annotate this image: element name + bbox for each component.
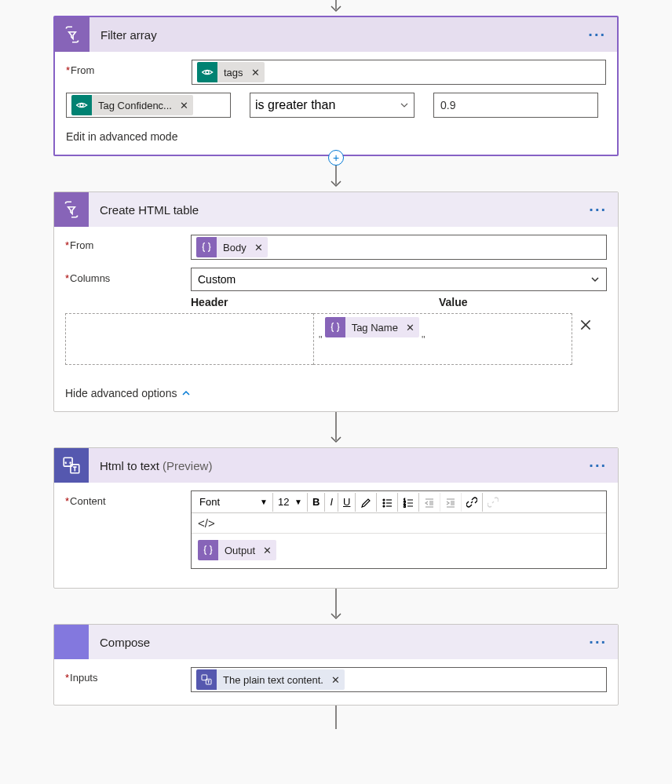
rich-text-editor[interactable]: Font▼ 12▼ B I U 123 <box>191 490 607 569</box>
highlight-button[interactable] <box>356 493 377 512</box>
create-html-table-card[interactable]: Create HTML table ··· *From <box>53 191 619 412</box>
remove-token-icon[interactable]: ✕ <box>178 95 193 115</box>
remove-token-icon[interactable]: ✕ <box>250 62 265 82</box>
bullet-list-button[interactable] <box>377 493 398 512</box>
filter-from-input[interactable]: tags ✕ <box>192 60 606 85</box>
html-to-text-card[interactable]: Html to text (Preview) ··· *Content Font… <box>53 447 619 589</box>
compose-header[interactable]: Compose ··· <box>54 625 618 659</box>
filter-array-header[interactable]: Filter array ··· <box>55 17 617 52</box>
flow-arrow <box>0 589 672 624</box>
filter-value-input[interactable] <box>433 93 598 118</box>
quote-mark: " <box>422 334 425 345</box>
remove-token-icon[interactable]: ✕ <box>261 540 276 560</box>
html-from-label: *From <box>65 235 191 251</box>
italic-button[interactable]: I <box>325 493 338 512</box>
filter-array-icon <box>55 17 89 52</box>
delete-row-button[interactable] <box>572 313 599 365</box>
html-to-text-header[interactable]: Html to text (Preview) ··· <box>54 448 618 483</box>
flow-arrow-plus: + <box>0 156 672 191</box>
svg-text:3: 3 <box>404 504 406 508</box>
columns-select[interactable]: Custom <box>191 268 607 291</box>
html-to-text-title: Html to text (Preview) <box>100 459 212 472</box>
filter-operator-value: is greater than <box>255 98 335 112</box>
bold-button[interactable]: B <box>308 493 325 512</box>
content-label: *Content <box>65 490 191 507</box>
eye-icon <box>71 95 92 115</box>
output-token[interactable]: Output ✕ <box>198 540 276 560</box>
compose-menu[interactable]: ··· <box>589 633 607 651</box>
columns-label: *Columns <box>65 268 191 284</box>
hide-advanced-options-link[interactable]: Hide advanced options <box>65 387 191 399</box>
flow-arrow <box>0 412 672 447</box>
numbered-list-button[interactable]: 123 <box>398 493 419 512</box>
remove-token-icon[interactable]: ✕ <box>253 237 268 257</box>
flow-arrow-top <box>0 0 672 16</box>
font-select[interactable]: Font▼ <box>195 493 273 512</box>
outdent-button <box>419 493 440 512</box>
rte-content-area[interactable]: Output ✕ <box>192 534 606 568</box>
remove-token-icon[interactable]: ✕ <box>330 669 345 690</box>
braces-icon <box>196 237 217 257</box>
chevron-down-icon <box>590 275 600 284</box>
braces-icon <box>198 540 218 560</box>
body-token[interactable]: Body ✕ <box>196 237 268 257</box>
tag-name-token[interactable]: Tag Name ✕ <box>325 317 419 337</box>
filter-array-menu[interactable]: ··· <box>588 26 606 44</box>
unlink-button <box>483 493 503 512</box>
tag-confidence-token[interactable]: Tag Confidenc... ✕ <box>71 95 193 115</box>
kv-value-label: Value <box>439 296 607 308</box>
svg-point-1 <box>206 71 209 74</box>
link-button[interactable] <box>462 493 483 512</box>
code-view-button[interactable]: </> <box>192 513 606 534</box>
remove-token-icon[interactable]: ✕ <box>404 317 419 337</box>
edit-advanced-mode-link[interactable]: Edit in advanced mode <box>66 130 177 143</box>
create-html-table-menu[interactable]: ··· <box>589 201 607 219</box>
kv-header-label: Header <box>191 296 439 308</box>
html-to-text-menu[interactable]: ··· <box>589 457 607 475</box>
filter-array-title: Filter array <box>100 28 157 42</box>
chevron-up-icon <box>181 388 191 398</box>
quote-mark: " <box>319 334 323 345</box>
html-to-text-icon <box>54 448 89 483</box>
chevron-down-icon <box>400 100 409 110</box>
svg-point-9 <box>383 499 385 501</box>
font-size-select[interactable]: 12▼ <box>273 493 308 512</box>
filter-left-operand[interactable]: Tag Confidenc... ✕ <box>66 93 231 118</box>
compose-inputs-field[interactable]: The plain text content. ✕ <box>191 667 607 692</box>
add-step-button[interactable]: + <box>328 150 344 166</box>
plain-text-token[interactable]: The plain text content. ✕ <box>196 669 345 690</box>
compose-card[interactable]: Compose ··· *Inputs <box>53 624 619 706</box>
kv-header-cell[interactable] <box>65 313 313 365</box>
eye-icon <box>197 62 217 82</box>
compose-title: Compose <box>100 636 150 649</box>
create-html-table-header[interactable]: Create HTML table ··· <box>54 192 618 227</box>
braces-icon <box>325 317 345 337</box>
svg-point-2 <box>80 104 83 107</box>
underline-button[interactable]: U <box>338 493 356 512</box>
inputs-label: *Inputs <box>65 667 191 684</box>
filter-value-field[interactable] <box>439 98 593 112</box>
compose-icon <box>54 625 89 659</box>
svg-point-13 <box>383 505 385 507</box>
tags-token[interactable]: tags ✕ <box>197 62 265 82</box>
kv-value-cell[interactable]: " Tag Name ✕ " <box>313 313 572 365</box>
filter-operator-select[interactable]: is greater than <box>250 93 415 118</box>
columns-select-value: Custom <box>198 273 236 286</box>
filter-array-card[interactable]: Filter array ··· *From <box>53 16 619 156</box>
html-from-input[interactable]: Body ✕ <box>191 235 607 260</box>
svg-point-11 <box>383 502 385 504</box>
flow-arrow-bottom <box>0 706 672 729</box>
indent-button <box>440 493 462 512</box>
create-html-table-title: Create HTML table <box>100 203 199 217</box>
data-operation-icon <box>54 192 89 227</box>
html-to-text-icon <box>196 669 217 690</box>
filter-from-label: *From <box>66 60 192 76</box>
